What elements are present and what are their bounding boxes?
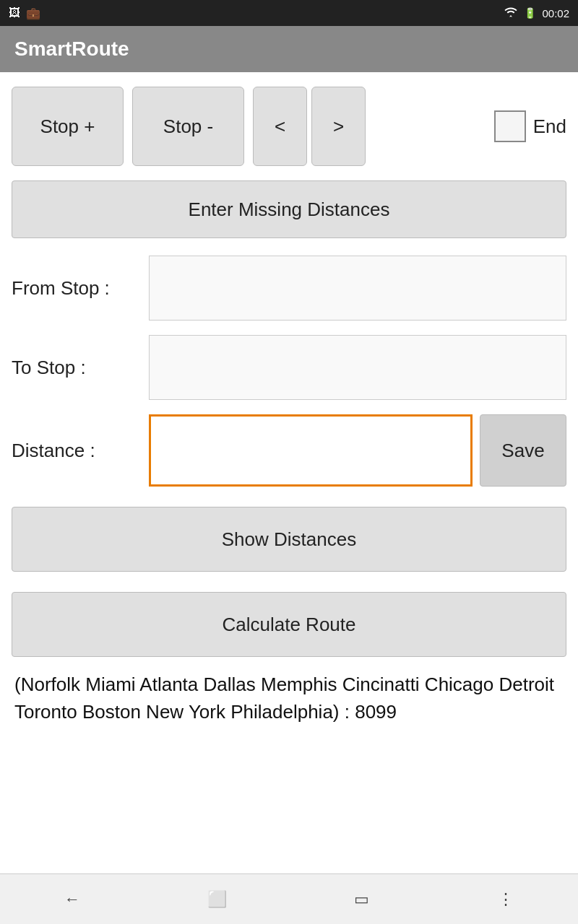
recent-nav-button[interactable]: ▭ — [332, 881, 390, 918]
status-bar: 🖼 💼 🔋 00:02 — [0, 0, 578, 26]
to-stop-label: To Stop : — [12, 357, 149, 379]
stop-plus-button[interactable]: Stop + — [12, 87, 124, 166]
distance-label: Distance : — [12, 440, 149, 462]
main-content: Stop + Stop - < > End Enter Missing Dist… — [0, 72, 578, 873]
screenshot-icon: 🖼 — [9, 6, 20, 19]
status-bar-right: 🔋 00:02 — [504, 7, 569, 19]
to-stop-row: To Stop : — [12, 335, 566, 400]
from-stop-input[interactable] — [149, 256, 566, 321]
back-nav-button[interactable]: ← — [43, 881, 101, 918]
top-buttons-row: Stop + Stop - < > End — [12, 87, 566, 166]
to-stop-input[interactable] — [149, 335, 566, 400]
distance-input[interactable] — [149, 414, 473, 487]
status-bar-left: 🖼 💼 — [9, 6, 40, 20]
nav-forward-button[interactable]: > — [311, 87, 366, 166]
enter-missing-distances-button[interactable]: Enter Missing Distances — [12, 180, 566, 238]
clock: 00:02 — [542, 7, 569, 19]
wifi-icon — [504, 7, 518, 19]
nav-bar: ← ⬜ ▭ ⋮ — [0, 873, 578, 924]
more-nav-button[interactable]: ⋮ — [477, 881, 535, 918]
distance-row: Distance : Save — [12, 414, 566, 487]
save-button[interactable]: Save — [480, 414, 566, 487]
from-stop-label: From Stop : — [12, 277, 149, 300]
show-distances-button[interactable]: Show Distances — [12, 507, 566, 572]
end-label: End — [533, 116, 566, 138]
storage-icon: 💼 — [26, 6, 40, 20]
app-title: SmartRoute — [14, 38, 129, 61]
nav-back-button[interactable]: < — [253, 87, 307, 166]
title-bar: SmartRoute — [0, 26, 578, 72]
nav-buttons: < > — [253, 87, 366, 166]
home-nav-button[interactable]: ⬜ — [188, 881, 246, 918]
end-section: End — [494, 110, 566, 142]
battery-icon: 🔋 — [524, 7, 536, 19]
end-checkbox[interactable] — [494, 110, 526, 142]
result-text: (Norfolk Miami Atlanta Dallas Memphis Ci… — [12, 671, 566, 725]
calculate-route-button[interactable]: Calculate Route — [12, 592, 566, 657]
stop-minus-button[interactable]: Stop - — [132, 87, 244, 166]
from-stop-row: From Stop : — [12, 256, 566, 321]
